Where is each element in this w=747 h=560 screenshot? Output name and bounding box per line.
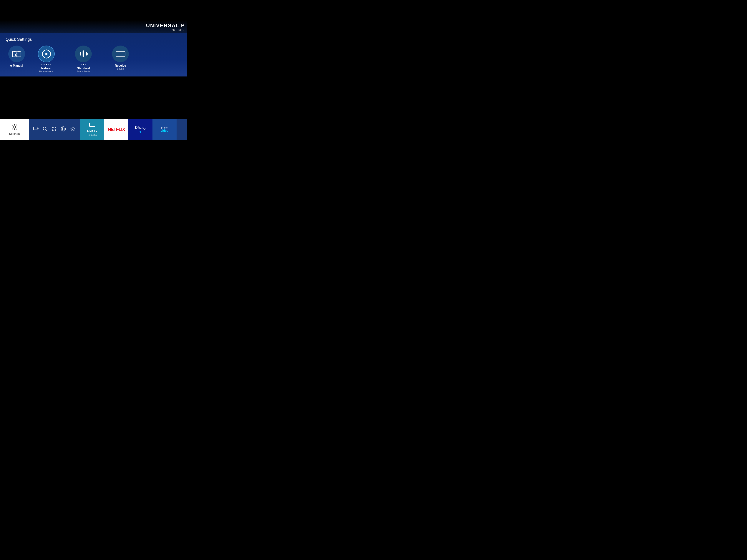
netflix-tile[interactable]: NETFLIX [104, 119, 128, 140]
sound-mode-dots [81, 64, 86, 65]
dot-5 [50, 64, 51, 65]
apps-icon[interactable] [52, 126, 57, 133]
svg-point-16 [13, 126, 16, 128]
prime-label: prime [161, 127, 168, 129]
receiver-icon [115, 51, 126, 57]
search-icon[interactable] [43, 127, 47, 132]
gear-icon [11, 123, 18, 131]
dot-3 [46, 64, 47, 65]
top-background: UNIVERSAL P PRESEN [0, 0, 187, 33]
receiver-item[interactable]: Receive Sound [109, 46, 132, 70]
universal-branding: UNIVERSAL P PRESEN [146, 23, 187, 31]
settings-label: Settings [9, 132, 20, 136]
sound-dot-3 [85, 64, 86, 65]
dot-4 [48, 64, 49, 65]
picture-mode-item[interactable]: Natural Picture Mode [35, 46, 57, 73]
svg-text:e: e [16, 54, 17, 56]
svg-point-23 [55, 129, 56, 131]
disney-label: Disney [135, 125, 146, 130]
livetv-label: Live TV [87, 129, 98, 133]
app-tiles: Live TV Terrestrial NETFLIX Disney + pri… [80, 119, 187, 140]
sound-mode-icon-circle [75, 46, 92, 62]
disney-tile[interactable]: Disney + [128, 119, 153, 140]
svg-point-22 [52, 129, 54, 131]
sound-mode-label-sub: Sound Mode [77, 70, 90, 73]
prime-tile[interactable]: prime video [153, 119, 177, 140]
quick-settings-panel: Quick Settings e e-Manual [0, 33, 187, 77]
ring-icon [41, 49, 52, 59]
picture-mode-icon-circle [38, 46, 55, 62]
universal-title: UNIVERSAL P [146, 23, 185, 28]
receiver-label-main: Receive [115, 64, 126, 68]
universal-subtitle: PRESEN [146, 28, 185, 31]
nav-icons-row [29, 119, 80, 140]
dot-2 [44, 64, 45, 65]
receiver-icon-circle [112, 46, 129, 62]
sound-mode-item[interactable]: Standard Sound Mode [72, 46, 95, 73]
svg-point-21 [55, 127, 56, 128]
emanual-item[interactable]: e e-Manual [5, 46, 28, 68]
picture-mode-label-main: Natural [41, 67, 51, 70]
svg-point-4 [45, 53, 47, 55]
settings-icons-row: e e-Manual Natural Picture Mode [5, 46, 181, 77]
sound-dot-1 [81, 64, 82, 65]
picture-mode-label-sub: Picture Mode [39, 70, 54, 73]
emanual-label: e-Manual [10, 64, 23, 68]
home-icon[interactable] [70, 126, 75, 133]
ambient-icon[interactable] [61, 126, 66, 133]
quick-settings-title: Quick Settings [5, 37, 181, 42]
livetv-tile[interactable]: Live TV Terrestrial [80, 119, 104, 140]
svg-rect-17 [33, 127, 37, 130]
sound-dot-2 [83, 64, 84, 65]
receiver-label-sub: Sound [117, 68, 124, 70]
picture-mode-dots [41, 64, 51, 65]
dot-1 [41, 64, 43, 65]
taskbar: Settings [0, 119, 187, 140]
sound-mode-label-main: Standard [77, 67, 90, 70]
svg-line-19 [46, 130, 47, 131]
svg-point-20 [52, 127, 54, 128]
prime-video-label: video [161, 129, 169, 132]
emanual-icon-circle: e [8, 46, 25, 62]
tv-icon [89, 123, 95, 127]
livetv-sublabel: Terrestrial [87, 134, 97, 136]
netflix-label: NETFLIX [108, 127, 125, 132]
book-icon: e [12, 50, 22, 58]
svg-rect-29 [89, 123, 95, 127]
settings-tile[interactable]: Settings [0, 119, 29, 140]
sound-wave-icon [78, 49, 88, 58]
source-icon[interactable] [33, 127, 38, 132]
disney-plus: + [139, 130, 141, 134]
